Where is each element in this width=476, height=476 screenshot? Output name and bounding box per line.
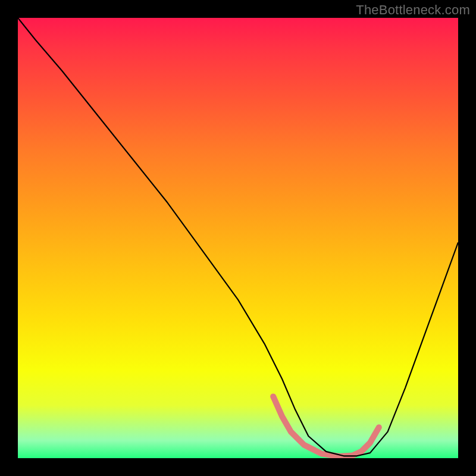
plot-area (18, 18, 458, 458)
bottleneck-curve-path (18, 18, 458, 456)
highlight-band-path (273, 396, 379, 456)
watermark-text: TheBottleneck.com (356, 2, 470, 18)
chart-frame: TheBottleneck.com (0, 0, 476, 476)
chart-svg (18, 18, 458, 458)
